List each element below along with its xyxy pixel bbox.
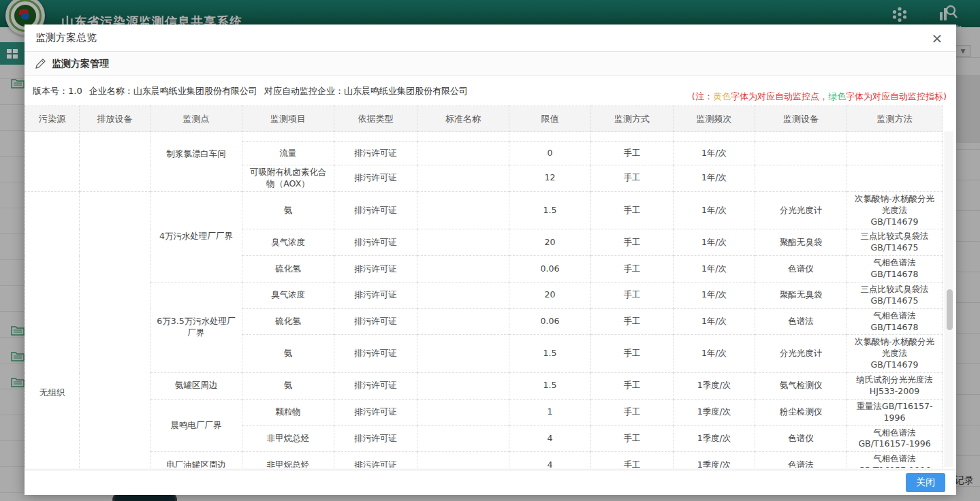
table-cell: 氨: [242, 191, 334, 229]
plan-table-header: 污染源排放设备监测点监测项目依据类型标准名称限值监测方式监测频次监测设备监测方法: [25, 106, 943, 132]
table-cell: 分光光度计: [755, 335, 847, 373]
vertical-scrollbar[interactable]: [945, 131, 953, 467]
table-cell: 色谱仪: [755, 425, 847, 452]
table-cell: [847, 142, 943, 165]
header-row: 污染源排放设备监测点监测项目依据类型标准名称限值监测方式监测频次监测设备监测方法: [25, 106, 943, 132]
table-cell: 1年/次: [674, 142, 755, 165]
close-icon[interactable]: ×: [929, 30, 945, 46]
table-cell: 次氯酸钠-水杨酸分光光度法 GB/T14679: [847, 335, 943, 373]
table-cell: 20: [509, 282, 591, 308]
table-cell: 0.06: [509, 308, 591, 335]
table-cell: 排污许可证: [334, 452, 417, 468]
table-cell: 粉尘检测仪: [755, 399, 847, 425]
table-cell: 排污许可证: [334, 308, 417, 335]
table-cell: [674, 132, 755, 142]
table-cell: 手工: [591, 229, 674, 256]
close-button[interactable]: 关闭: [906, 473, 945, 492]
table-cell: 聚酯无臭袋: [755, 229, 847, 256]
table-cell: 可吸附有机卤素化合物（AOX）: [242, 165, 334, 192]
table-cell: 1.5: [509, 335, 591, 373]
table-row: 无组织4万污水处理厂厂界氨排污许可证1.5手工1年/次分光光度计次氯酸钠-水杨酸…: [25, 191, 943, 229]
table-cell: 0: [509, 142, 591, 165]
table-cell: 手工: [591, 399, 674, 425]
table-cell: 1季度/次: [674, 452, 755, 468]
table-cell: [417, 165, 509, 192]
table-cell: 手工: [591, 308, 674, 335]
table-cell: 氨: [242, 335, 334, 373]
table-cell: 12: [509, 165, 591, 192]
table-cell: 非甲烷总烃: [242, 452, 334, 468]
table-cell: 1年/次: [674, 256, 755, 282]
table-cell: 无组织: [25, 191, 80, 468]
table-cell: [847, 132, 943, 142]
table-cell: [417, 308, 509, 335]
table-cell: [242, 132, 334, 142]
table-cell: 硫化氢: [242, 256, 334, 282]
table-cell: [334, 132, 417, 142]
table-scroll-viewport[interactable]: 制浆氯漂白车间流量排污许可证0手工1年/次可吸附有机卤素化合物（AOX）排污许可…: [25, 132, 956, 468]
table-cell: 手工: [591, 165, 674, 192]
table-cell: 1年/次: [674, 191, 755, 229]
table-cell: 排污许可证: [334, 335, 417, 373]
table-cell: 1季度/次: [674, 399, 755, 425]
table-cell: 电厂油罐区周边: [151, 452, 242, 468]
table-cell: [417, 399, 509, 425]
table-row: 电厂油罐区周边非甲烷总烃排污许可证4手工1季度/次色谱法气相色谱法 GB/T16…: [25, 452, 943, 468]
table-cell: 非甲烷总烃: [242, 425, 334, 452]
table-cell: 重量法GB/T16157-1996: [847, 399, 943, 425]
table-cell: 手工: [591, 452, 674, 468]
table-cell: [417, 191, 509, 229]
table-cell: [755, 165, 847, 192]
modal-titlebar: 监测方案总览 ×: [25, 25, 956, 52]
table-cell: 1: [509, 399, 591, 425]
table-cell: 硫化氢: [242, 308, 334, 335]
table-cell: 排污许可证: [334, 165, 417, 192]
table-cell: [417, 282, 509, 308]
table-cell: 1年/次: [674, 282, 755, 308]
table-cell: 1季度/次: [674, 425, 755, 452]
table-cell: 氨: [242, 373, 334, 400]
table-cell: 三点比较式臭袋法 GB/T14675: [847, 229, 943, 256]
column-header: 监测频次: [674, 106, 755, 132]
table-cell: 手工: [591, 142, 674, 165]
scrollbar-thumb[interactable]: [947, 289, 953, 330]
table-cell: 6万3.5万污水处理厂厂界: [151, 282, 242, 372]
table-cell: 手工: [591, 191, 674, 229]
column-header: 监测项目: [242, 106, 334, 132]
table-cell: 臭气浓度: [242, 229, 334, 256]
table-cell: 颗粒物: [242, 399, 334, 425]
table-cell: 聚酯无臭袋: [755, 282, 847, 308]
table-cell: [591, 132, 674, 142]
table-cell: 排污许可证: [334, 282, 417, 308]
table-row: 制浆氯漂白车间: [25, 132, 943, 142]
table-cell: 氨气检测仪: [755, 373, 847, 400]
color-legend-note: (注：黄色字体为对应自动监控点，绿色字体为对应自动监控指标): [692, 91, 947, 103]
table-cell: 气相色谱法 GB/T16157-1996: [847, 452, 943, 468]
table-cell: [509, 132, 591, 142]
table-cell: 氨罐区周边: [151, 373, 242, 400]
table-cell: [755, 132, 847, 142]
pen-icon: [34, 58, 46, 70]
plan-info: 版本号：1.0 企业名称：山东晨鸣纸业集团股份有限公司 对应自动监控企业：山东晨…: [33, 85, 472, 97]
table-cell: [417, 452, 509, 468]
table-cell: 排污许可证: [334, 229, 417, 256]
table-cell: 4万污水处理厂厂界: [151, 191, 242, 282]
table-cell: 排污许可证: [334, 191, 417, 229]
table-cell: [417, 425, 509, 452]
table-cell: 1季度/次: [674, 373, 755, 400]
table-cell: 20: [509, 229, 591, 256]
table-cell: 排污许可证: [334, 256, 417, 282]
plan-table: 制浆氯漂白车间流量排污许可证0手工1年/次可吸附有机卤素化合物（AOX）排污许可…: [25, 132, 943, 468]
note-yellow-word: 黄色: [713, 91, 731, 101]
table-cell: 排污许可证: [334, 399, 417, 425]
table-cell: 1.5: [509, 191, 591, 229]
table-cell: 气相色谱法 GB/T16157-1996: [847, 425, 943, 452]
table-cell: 1年/次: [674, 165, 755, 192]
table-cell: 气相色谱法 GB/T14678: [847, 256, 943, 282]
column-header: 监测方式: [591, 106, 674, 132]
table-cell: 手工: [591, 373, 674, 400]
table-cell: [755, 142, 847, 165]
version-label: 版本号：1.0: [33, 86, 82, 96]
section-header: 监测方案管理: [25, 52, 956, 76]
company-label: 企业名称：山东晨鸣纸业集团股份有限公司: [89, 86, 257, 96]
